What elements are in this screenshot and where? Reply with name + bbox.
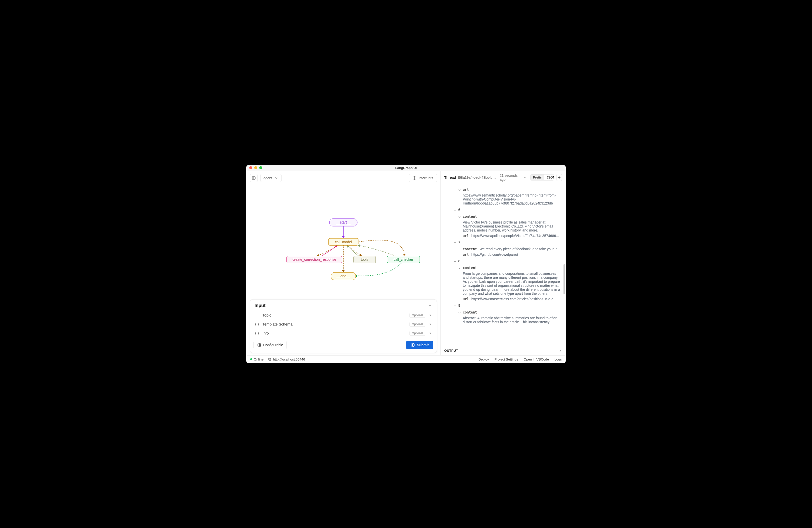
optional-badge: Optional	[409, 331, 425, 336]
configurable-button[interactable]: Configurable	[253, 341, 287, 349]
field-label: Topic	[262, 313, 406, 317]
minimize-window-button[interactable]	[254, 166, 257, 169]
thread-id: f68a19a4-cedf-43bd-b266-7...	[458, 176, 498, 179]
pretty-tab[interactable]: Pretty	[531, 175, 544, 180]
chevron-down-icon[interactable]	[453, 304, 457, 308]
chevron-down-icon[interactable]	[458, 188, 461, 192]
tree-key-url: url	[463, 188, 469, 191]
tree-key-content: content	[463, 215, 477, 219]
node-call-checker[interactable]: call_checker	[387, 256, 420, 263]
optional-badge: Optional	[409, 322, 425, 327]
tree-key-index: 9	[458, 304, 460, 308]
chevron-down-icon[interactable]	[453, 260, 457, 263]
tree-value-content: From large companies and corporations to…	[463, 272, 562, 295]
interrupts-label: Interrupts	[419, 176, 433, 180]
json-tab[interactable]: JSON	[544, 175, 554, 180]
window-title: LangGraph UI	[395, 166, 417, 170]
footer-link-deploy[interactable]: Deploy	[478, 357, 489, 361]
footer-link-project-settings[interactable]: Project Settings	[494, 357, 518, 361]
tree-value-content: View Victor Fu's business profile as sal…	[463, 220, 562, 232]
tree-value-content: We read every piece of feedback, and tak…	[479, 247, 560, 251]
node-create-correction-response[interactable]: create_correction_response	[287, 256, 342, 263]
output-section-toggle[interactable]: OUTPUT	[441, 346, 566, 355]
tree-key-content: content	[463, 310, 477, 314]
chevron-down-icon[interactable]	[453, 241, 457, 245]
agent-selector[interactable]: agent	[260, 174, 281, 182]
tree-key-url: url	[463, 234, 469, 238]
titlebar: LangGraph UI	[246, 165, 566, 171]
chevron-down-icon[interactable]	[458, 311, 461, 314]
bug-icon	[412, 176, 417, 180]
svg-point-2	[414, 177, 415, 178]
svg-rect-33	[269, 358, 270, 360]
svg-line-7	[413, 176, 414, 177]
svg-text:call_model: call_model	[335, 240, 352, 244]
field-label: Info	[262, 331, 406, 335]
left-pane: agent Interrupts	[246, 171, 441, 355]
footer-link-logs[interactable]: Logs	[554, 357, 562, 361]
chevron-down-icon[interactable]	[458, 266, 461, 270]
status-url-text: http://localhost:56446	[273, 357, 305, 361]
braces-icon	[255, 331, 260, 336]
submit-label: Submit	[417, 343, 429, 347]
input-card: Input Topic Optional Template Schema	[250, 299, 437, 353]
status-online-label: Online	[254, 357, 263, 361]
node-call-model[interactable]: call_model	[329, 238, 358, 245]
svg-text:__start__: __start__	[336, 220, 351, 224]
close-window-button[interactable]	[249, 166, 252, 169]
status-url[interactable]: http://localhost:56446	[268, 357, 305, 361]
tree-key-index: 7	[458, 240, 460, 244]
graph-canvas[interactable]: __start__ call_model create_correction_r…	[246, 185, 440, 297]
chevron-right-icon	[428, 322, 432, 326]
chevron-down-icon[interactable]	[458, 215, 461, 219]
zoom-window-button[interactable]	[259, 166, 262, 169]
thread-tree[interactable]: url https://www.semanticscholar.org/pape…	[441, 184, 566, 346]
new-thread-button[interactable]	[556, 174, 562, 181]
agent-selector-label: agent	[263, 176, 272, 180]
tree-value-url: https://www.masterclass.com/articles/pos…	[471, 297, 556, 301]
chevron-down-icon	[274, 176, 278, 180]
interrupts-button[interactable]: Interrupts	[409, 174, 437, 182]
node-tools[interactable]: tools	[353, 256, 376, 263]
svg-rect-0	[252, 176, 255, 179]
braces-icon	[255, 322, 260, 326]
input-field-topic[interactable]: Topic Optional	[250, 311, 437, 320]
status-dot-icon	[250, 358, 252, 360]
copy-icon	[268, 357, 272, 361]
status-online: Online	[250, 357, 263, 361]
chevron-right-icon	[428, 331, 432, 335]
thread-time: 21 seconds ago	[500, 174, 521, 181]
tree-value-content: Abstract. Automatic abstractive summarie…	[463, 316, 562, 324]
node-start[interactable]: __start__	[330, 219, 357, 226]
sidebar-icon	[252, 176, 256, 180]
tree-key-url: url	[463, 252, 469, 256]
svg-text:create_correction_response: create_correction_response	[292, 258, 336, 262]
configurable-label: Configurable	[263, 343, 283, 347]
tree-value-url: https://www.apollo.io/people/Victor/Fu/5…	[471, 234, 559, 238]
svg-text:__end__: __end__	[336, 274, 350, 278]
submit-button[interactable]: Submit	[406, 341, 433, 349]
svg-text:tools: tools	[361, 258, 368, 262]
input-field-info[interactable]: Info Optional	[250, 329, 437, 338]
svg-line-10	[416, 179, 416, 179]
svg-marker-29	[412, 344, 414, 346]
toggle-sidebar-button[interactable]	[250, 174, 258, 182]
tree-key-index: 8	[458, 259, 460, 263]
svg-text:call_checker: call_checker	[393, 258, 413, 262]
thread-dropdown-icon[interactable]	[523, 176, 526, 179]
input-field-template-schema[interactable]: Template Schema Optional	[250, 320, 437, 329]
footer-link-open-vscode[interactable]: Open in VSCode	[523, 357, 549, 361]
statusbar: Online http://localhost:56446 Deploy Pro…	[246, 355, 566, 363]
svg-line-8	[416, 176, 416, 177]
tree-key-content: content	[463, 266, 477, 270]
tree-key-url: url	[463, 297, 469, 301]
svg-rect-32	[269, 359, 271, 361]
field-label: Template Schema	[262, 322, 406, 326]
text-icon	[255, 313, 260, 318]
app-window: LangGraph UI agent Interrupts	[246, 165, 566, 363]
collapse-input-icon[interactable]	[428, 304, 432, 308]
node-end[interactable]: __end__	[331, 272, 356, 280]
scrollbar-thumb[interactable]	[564, 264, 565, 294]
chevron-down-icon[interactable]	[453, 208, 457, 212]
optional-badge: Optional	[409, 313, 425, 318]
